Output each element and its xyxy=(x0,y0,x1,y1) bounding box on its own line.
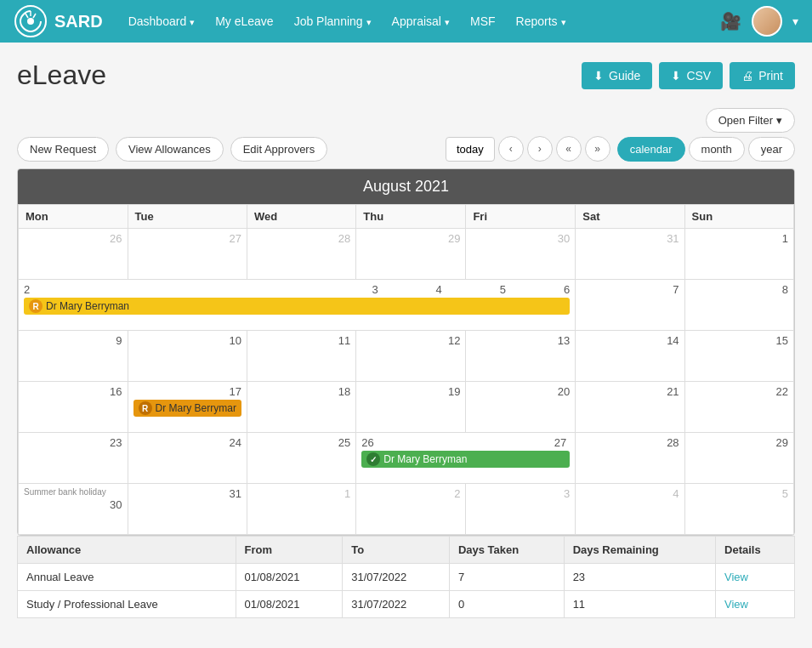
cell-w2-sun: 8 xyxy=(684,280,793,331)
video-icon[interactable]: 🎥 xyxy=(720,11,741,31)
cell-w3-sat: 14 xyxy=(576,331,684,382)
next-skip-button[interactable]: » xyxy=(585,136,610,162)
cell-w4-tue: 17 R Dr Mary Berrymar xyxy=(128,382,247,433)
cell-w4-mon: 16 xyxy=(19,382,128,433)
nav-dashboard[interactable]: Dashboard xyxy=(120,9,204,33)
allowance-days-taken-1: 7 xyxy=(449,564,564,591)
cell-w4-thu: 19 xyxy=(356,382,466,433)
cell-w6-tue: 31 xyxy=(128,484,247,535)
allowance-from-2: 01/08/2021 xyxy=(236,591,343,618)
calendar-week-1: 26 27 28 29 30 31 1 xyxy=(19,229,794,280)
cell-w4-sun: 22 xyxy=(684,382,793,433)
nav-avatar-dropdown-icon[interactable]: ▾ xyxy=(792,14,798,28)
next-button[interactable]: › xyxy=(527,136,553,162)
cell-w1-mon: 26 xyxy=(19,229,128,280)
main-content: eLeave ⬇ Guide ⬇ CSV 🖨 Print Open Filter… xyxy=(0,43,812,648)
open-filter-button[interactable]: Open Filter ▾ xyxy=(706,108,795,133)
cell-w3-thu: 12 xyxy=(356,331,466,382)
view-allowances-button[interactable]: View Allowances xyxy=(116,137,224,162)
allowance-to-1: 31/07/2022 xyxy=(343,564,450,591)
cell-w6-mon: Summer bank holiday 30 xyxy=(19,484,128,535)
prev-button[interactable]: ‹ xyxy=(498,136,524,162)
cell-w6-fri: 3 xyxy=(466,484,576,535)
event-label-w5: Dr Mary Berryman xyxy=(383,453,467,465)
calendar-container: August 2021 Mon Tue Wed Thu Fri Sat Sun … xyxy=(17,168,795,536)
cell-w5-mon: 23 xyxy=(19,433,128,484)
view-buttons: calendar month year xyxy=(617,137,795,162)
event-label: Dr Mary Berryman xyxy=(46,300,129,312)
logo: SARD xyxy=(14,4,103,38)
cell-w6-thu: 2 xyxy=(356,484,466,535)
cell-w6-wed: 1 xyxy=(247,484,355,535)
cell-w1-thu: 29 xyxy=(356,229,466,280)
nav-myelave[interactable]: My eLeave xyxy=(207,9,281,33)
allowance-row-study: Study / Professional Leave 01/08/2021 31… xyxy=(18,591,795,618)
edit-approvers-button[interactable]: Edit Approvers xyxy=(230,137,328,162)
cell-w3-sun: 15 xyxy=(684,331,793,382)
reports-dropdown-icon xyxy=(561,14,566,28)
nav-reports[interactable]: Reports xyxy=(508,9,575,33)
cell-w3-fri: 13 xyxy=(466,331,576,382)
event-mary-berryman-w4[interactable]: R Dr Mary Berrymar xyxy=(133,400,241,417)
year-view-button[interactable]: year xyxy=(748,137,795,162)
nav-right: 🎥 ▾ xyxy=(720,6,798,37)
logo-text: SARD xyxy=(54,12,103,31)
col-thu: Thu xyxy=(356,205,466,229)
page-title: eLeave xyxy=(17,60,106,91)
col-details: Details xyxy=(716,537,795,564)
allowance-days-remaining-1: 23 xyxy=(564,564,715,591)
cell-w5-thu: 26 27 ✓ Dr Mary Berryman xyxy=(356,433,576,484)
print-button[interactable]: 🖨 Print xyxy=(730,62,795,89)
allowance-to-2: 31/07/2022 xyxy=(343,591,450,618)
event-mary-berryman-w2[interactable]: R Dr Mary Berryman xyxy=(24,298,570,315)
col-fri: Fri xyxy=(466,205,576,229)
col-tue: Tue xyxy=(128,205,247,229)
event-r-icon: R xyxy=(29,299,43,313)
cell-w6-sun: 5 xyxy=(684,484,793,535)
today-button[interactable]: today xyxy=(446,137,495,162)
event-label-w4: Dr Mary Berrymar xyxy=(156,402,236,414)
prev-skip-button[interactable]: « xyxy=(556,136,582,162)
nav-msf[interactable]: MSF xyxy=(462,9,504,33)
calendar-view-button[interactable]: calendar xyxy=(617,137,685,162)
guide-button[interactable]: ⬇ Guide xyxy=(582,62,652,89)
nav-job-planning[interactable]: Job Planning xyxy=(286,9,380,33)
cell-w1-sun: 1 xyxy=(684,229,793,280)
nav-appraisal[interactable]: Appraisal xyxy=(383,9,458,33)
cell-w3-wed: 11 xyxy=(247,331,355,382)
cell-w5-wed: 25 xyxy=(247,433,355,484)
col-sat: Sat xyxy=(576,205,684,229)
cell-w1-sat: 31 xyxy=(576,229,684,280)
month-view-button[interactable]: month xyxy=(689,137,745,162)
calendar-week-3: 9 10 11 12 13 14 15 xyxy=(19,331,794,382)
appraisal-dropdown-icon xyxy=(445,14,450,28)
cell-w4-wed: 18 xyxy=(247,382,355,433)
csv-button[interactable]: ⬇ CSV xyxy=(659,62,723,89)
allowance-days-taken-2: 0 xyxy=(449,591,564,618)
event-mary-berryman-w5[interactable]: ✓ Dr Mary Berryman xyxy=(361,451,570,468)
calendar-month-header: August 2021 xyxy=(18,169,794,204)
col-mon: Mon xyxy=(19,205,128,229)
page-header: eLeave ⬇ Guide ⬇ CSV 🖨 Print xyxy=(17,60,795,91)
cell-w2-mon: 2 3 4 5 6 R Dr Mary Berryman xyxy=(19,280,576,331)
cell-w1-fri: 30 xyxy=(466,229,576,280)
allowance-table: Allowance From To Days Taken Days Remain… xyxy=(17,536,795,618)
header-actions: ⬇ Guide ⬇ CSV 🖨 Print xyxy=(582,62,795,89)
new-request-button[interactable]: New Request xyxy=(17,137,109,162)
cell-w5-tue: 24 xyxy=(128,433,247,484)
user-avatar[interactable] xyxy=(752,6,782,37)
event-r2-icon: R xyxy=(139,401,152,415)
allowance-details-2[interactable]: View xyxy=(716,591,795,618)
calendar-week-5: 23 24 25 26 27 ✓ Dr Mary Berryman 28 xyxy=(19,433,794,484)
cell-w3-mon: 9 xyxy=(19,331,128,382)
col-allowance: Allowance xyxy=(18,537,236,564)
svg-point-1 xyxy=(27,18,34,25)
cell-w1-wed: 28 xyxy=(247,229,355,280)
allowance-header-row: Allowance From To Days Taken Days Remain… xyxy=(18,537,795,564)
filter-chevron-icon: ▾ xyxy=(776,114,782,127)
cell-w5-sun: 29 xyxy=(684,433,793,484)
col-from: From xyxy=(236,537,343,564)
allowance-details-1[interactable]: View xyxy=(716,564,795,591)
col-sun: Sun xyxy=(684,205,793,229)
col-days-remaining: Days Remaining xyxy=(564,537,715,564)
